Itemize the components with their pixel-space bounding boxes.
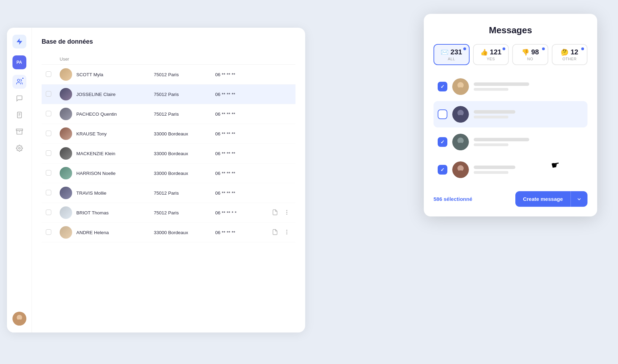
table-row[interactable]: MACKENZIE Klein 33000 Bordeaux 06 ** ** … [42, 144, 295, 163]
row-phone: 06 ** ** ** [211, 183, 254, 203]
contact-item[interactable] [434, 101, 587, 127]
row-checkbox-cell [42, 203, 55, 223]
row-user-name: JOSSELINE Claire [76, 92, 115, 97]
checkmark-icon: ✓ [440, 84, 445, 89]
row-checkbox[interactable] [46, 91, 51, 97]
more-icon-btn[interactable] [282, 208, 291, 218]
table-row[interactable]: HARRISON Noelle 33000 Bordeaux 06 ** ** … [42, 163, 295, 183]
contact-item[interactable]: ✓ [434, 129, 587, 155]
row-phone: 06 ** ** ** [211, 144, 254, 163]
table-row[interactable]: ANDRE Helena 33000 Bordeaux 06 ** ** ** [42, 223, 295, 242]
contact-avatar [452, 134, 469, 150]
sidebar-item-users[interactable] [12, 75, 26, 89]
row-user-name: SCOTT Myla [76, 72, 103, 77]
row-phone: 06 ** ** * * [211, 203, 254, 223]
sidebar-bottom-user[interactable] [12, 312, 26, 326]
contact-checkbox[interactable] [438, 109, 447, 119]
tab-all-count: 231 [450, 48, 462, 56]
row-checkbox[interactable] [46, 210, 51, 215]
row-checkbox-cell [42, 223, 55, 242]
row-checkbox[interactable] [46, 229, 51, 235]
selected-count: 586 sélectionné [434, 196, 472, 202]
row-user-name: HARRISON Noelle [76, 171, 115, 176]
tab-yes-label: YES [487, 57, 495, 61]
bottom-action: 586 sélectionné Create message [434, 191, 587, 207]
row-empty-actions [254, 183, 295, 203]
svg-point-13 [286, 212, 287, 213]
row-user-cell: KRAUSE Tony [55, 124, 150, 144]
sidebar-item-documents[interactable] [12, 108, 26, 122]
row-user-avatar [60, 68, 72, 81]
contact-checkbox[interactable]: ✓ [438, 137, 447, 147]
row-checkbox[interactable] [46, 190, 51, 195]
sidebar-item-chat[interactable] [12, 91, 26, 105]
row-checkbox[interactable] [46, 131, 51, 136]
svg-point-14 [286, 214, 287, 214]
tab-no[interactable]: 👎 98 NO [512, 44, 548, 65]
content-area: Base de données User [32, 28, 305, 332]
more-icon-btn[interactable] [282, 228, 291, 238]
contact-name-bar [474, 138, 529, 141]
contact-checkbox[interactable]: ✓ [438, 165, 447, 175]
row-checkbox[interactable] [46, 170, 51, 176]
sidebar-user-avatar[interactable]: PA [12, 55, 26, 69]
row-phone: 06 ** ** ** [211, 65, 254, 85]
contact-info [474, 166, 583, 174]
row-location: 33000 Bordeaux [150, 223, 211, 242]
table-row[interactable]: TRAVIS Mollie 75012 Paris 06 ** ** ** [42, 183, 295, 203]
create-message-button[interactable]: Create message [515, 191, 587, 207]
contact-sub-bar [474, 143, 508, 146]
contact-name-bar [474, 166, 515, 169]
app-container: PA [0, 0, 618, 364]
svg-point-8 [18, 148, 20, 149]
col-phone [211, 54, 254, 65]
tab-yes[interactable]: 👍 121 YES [473, 44, 509, 65]
contact-item[interactable]: ✓ [434, 73, 587, 100]
tab-no-label: NO [527, 57, 533, 61]
row-checkbox-cell [42, 85, 55, 104]
tab-other[interactable]: 🤔 12 OTHER [552, 44, 588, 65]
row-actions [254, 223, 295, 242]
sidebar: PA [7, 28, 32, 332]
checkmark-icon: ✓ [440, 167, 445, 172]
row-empty-actions [254, 124, 295, 144]
sidebar-item-settings[interactable] [12, 141, 26, 155]
doc-icon-btn[interactable] [271, 228, 280, 238]
tab-all[interactable]: ✉️ 231 ALL [434, 44, 470, 65]
row-user-cell: TRAVIS Mollie [55, 183, 150, 203]
table-row[interactable]: PACHECO Quentin 75012 Paris 06 ** ** ** [42, 104, 295, 124]
contact-sub-bar [474, 171, 508, 174]
page-title: Base de données [42, 38, 295, 45]
main-panel: PA [7, 28, 305, 332]
row-phone: 06 ** ** ** [211, 85, 254, 104]
row-checkbox[interactable] [46, 150, 51, 156]
svg-point-15 [286, 230, 287, 231]
contact-info [474, 82, 583, 91]
row-location: 75012 Paris [150, 203, 211, 223]
col-user: User [55, 54, 150, 65]
doc-icon-btn[interactable] [271, 208, 280, 218]
col-location [150, 54, 211, 65]
messages-panel: Messages ✉️ 231 ALL 👍 121 YES [424, 14, 597, 216]
row-location: 33000 Bordeaux [150, 144, 211, 163]
row-checkbox[interactable] [46, 111, 51, 116]
contact-item[interactable]: ✓ [434, 157, 587, 183]
col-actions [254, 54, 295, 65]
table-row[interactable]: JOSSELINE Claire 75012 Paris 06 ** ** ** [42, 85, 295, 104]
row-user-cell: ANDRE Helena [55, 223, 150, 242]
table-row[interactable]: BRIOT Thomas 75012 Paris 06 ** ** * * [42, 203, 295, 223]
row-phone: 06 ** ** ** [211, 124, 254, 144]
table-row[interactable]: SCOTT Myla 75012 Paris 06 ** ** ** [42, 65, 295, 85]
table-row[interactable]: KRAUSE Tony 33000 Bordeaux 06 ** ** ** [42, 124, 295, 144]
row-checkbox-cell [42, 104, 55, 124]
row-location: 33000 Bordeaux [150, 124, 211, 144]
contact-checkbox[interactable]: ✓ [438, 82, 447, 91]
row-user-cell: PACHECO Quentin [55, 104, 150, 124]
users-table: User SCOTT Myla 75012 Paris 06 ** * [42, 54, 295, 242]
row-user-avatar [60, 147, 72, 160]
sidebar-item-archive[interactable] [12, 125, 26, 139]
tab-other-label: OTHER [563, 57, 577, 61]
row-checkbox-cell [42, 65, 55, 85]
row-empty-actions [254, 65, 295, 85]
row-checkbox[interactable] [46, 71, 51, 77]
